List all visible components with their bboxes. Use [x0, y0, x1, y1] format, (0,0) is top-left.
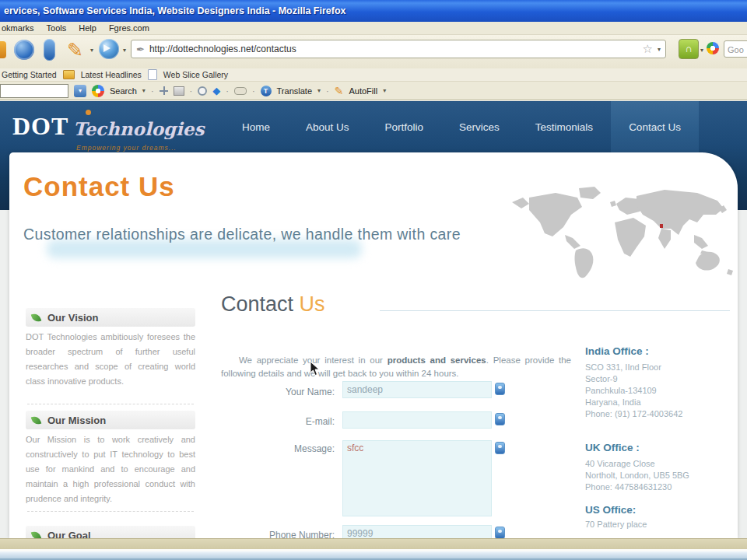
heading-divider [380, 310, 730, 311]
office-line: Sector-9 [585, 374, 618, 383]
label-message: Message: [226, 443, 335, 454]
google-toolbar: Search Translate AutoFill [0, 82, 747, 100]
bookmark-web-slice-gallery[interactable]: Web Slice Gallery [163, 70, 228, 79]
autofill-field-icon[interactable] [495, 527, 505, 539]
toolbar-dropdown-icon[interactable] [74, 85, 86, 97]
separator-dot [252, 86, 255, 96]
address-dropdown-icon[interactable] [658, 46, 661, 53]
google-logo-icon [92, 85, 104, 97]
badge-icon[interactable] [14, 40, 34, 60]
autofill-field-icon[interactable] [495, 413, 505, 425]
sidebar-section-our-vision: Our Vision [26, 308, 195, 327]
autofill-field-icon[interactable] [495, 383, 505, 395]
window-title: ervices, Software Services India, Websit… [4, 5, 346, 16]
form-heading: Contact Us [221, 292, 325, 317]
intro-part-bold: products and services [388, 355, 486, 365]
autofill-pencil-icon [335, 85, 344, 97]
nav-services[interactable]: Services [441, 101, 517, 152]
pencil-icon[interactable] [67, 39, 83, 61]
section-title: Our Vision [47, 312, 99, 324]
logo-dot[interactable]: DOT [12, 112, 68, 141]
address-url[interactable]: http://dottechnologies.net/contactus [149, 44, 638, 54]
search-engine-box[interactable]: Goo [724, 40, 747, 58]
menu-item-help[interactable]: Help [79, 23, 96, 33]
autofill-dropdown-icon[interactable] [383, 87, 386, 94]
leaf-icon [31, 415, 41, 425]
office-line: Panchkula-134109 [585, 386, 657, 395]
mouse-cursor [310, 361, 321, 376]
bottom-blue-strip [0, 551, 747, 560]
form-heading-contact: Contact [221, 292, 293, 316]
separator-dot [326, 86, 329, 96]
toolbar-autofill-button[interactable]: AutoFill [349, 86, 377, 96]
feed-icon[interactable] [679, 39, 699, 59]
autofill-field-icon[interactable] [495, 442, 505, 454]
divider [27, 511, 194, 512]
site-favicon-icon [136, 42, 145, 56]
bookmark-getting-started[interactable]: Getting Started [2, 70, 57, 79]
folder-icon [63, 70, 75, 79]
toolbar-search-input[interactable] [0, 84, 68, 98]
nav-contact-us[interactable]: Contact Us [611, 101, 699, 152]
world-map [507, 185, 741, 280]
office-line: Phone: (91) 172-4003642 [585, 409, 682, 418]
address-bar[interactable]: http://dottechnologies.net/contactus [131, 40, 666, 58]
spellcheck-icon[interactable] [198, 86, 207, 96]
google-ball-icon[interactable] [707, 42, 719, 54]
toolbar-translate-button[interactable]: Translate [277, 86, 312, 96]
cropped-toolbar-icon[interactable] [0, 41, 6, 58]
office-line: SCO 331, IInd Floor [585, 362, 661, 372]
separator-dot [190, 86, 193, 96]
logo-technologies[interactable]: Technologies [73, 118, 204, 139]
divider [27, 404, 194, 404]
hero-title: Contact Us [23, 171, 175, 202]
main-navigation: Home About Us Portfolio Services Testimo… [224, 101, 699, 152]
india-office-title: India Office : [585, 345, 649, 357]
search-dropdown-icon[interactable] [142, 87, 146, 94]
feed-dropdown-icon[interactable] [700, 47, 703, 54]
more-tools-icon[interactable] [234, 87, 247, 95]
diamond-icon[interactable] [212, 85, 220, 96]
toolbar-search-button[interactable]: Search [110, 86, 137, 96]
nav-home[interactable]: Home [224, 101, 288, 152]
leaf-icon [31, 312, 41, 322]
pencil-dropdown-icon[interactable] [90, 47, 93, 54]
menu-item-bookmarks[interactable]: okmarks [2, 23, 34, 33]
globe-dropdown-icon[interactable] [123, 47, 126, 54]
translate-icon [261, 86, 272, 96]
office-line: 40 Vicarage Close [585, 459, 655, 468]
menu-item-fgres[interactable]: Fgres.com [109, 23, 149, 33]
office-line: Northolt, London, UB5 5BG [585, 471, 689, 480]
office-line: 70 Pattery place [585, 520, 647, 529]
map-india-marker [660, 224, 663, 228]
label-email: E-mail: [226, 416, 335, 427]
page-icon [148, 69, 157, 80]
form-heading-us: Us [293, 292, 325, 316]
bookmark-star-icon[interactable] [643, 42, 653, 56]
pill-icon[interactable] [44, 39, 55, 61]
nav-testimonials[interactable]: Testimonials [517, 101, 611, 152]
translate-dropdown-icon[interactable] [317, 87, 321, 94]
us-office-title: US Office: [585, 504, 636, 516]
our-mission-text: Our Mission is to work creatively and co… [26, 432, 195, 506]
separator-dot [151, 86, 154, 96]
menu-item-tools[interactable]: Tools [47, 23, 67, 33]
crosshair-icon[interactable] [160, 86, 168, 95]
email-input[interactable] [342, 411, 492, 429]
message-textarea[interactable]: sfcc [342, 440, 492, 516]
bottom-tan-strip [0, 538, 747, 550]
uk-office-title: UK Office : [585, 442, 640, 453]
office-line: Haryana, India [585, 397, 641, 407]
your-name-input[interactable] [342, 381, 492, 398]
separator-dot [226, 86, 229, 96]
hero-subtitle: Customer relationships are delicate, we … [23, 226, 461, 243]
search-engine-hint: Goo [728, 45, 744, 54]
screenshot-root: ervices, Software Services India, Websit… [0, 0, 747, 560]
label-your-name: Your Name: [226, 387, 335, 397]
bookmark-latest-headlines[interactable]: Latest Headlines [81, 70, 142, 79]
window-titlebar: ervices, Software Services India, Websit… [0, 0, 747, 22]
bookmarks-bar: Getting Started Latest Headlines Web Sli… [0, 68, 747, 82]
nav-about-us[interactable]: About Us [288, 101, 367, 152]
nav-portfolio[interactable]: Portfolio [367, 101, 442, 152]
snapshot-icon[interactable] [174, 86, 184, 96]
